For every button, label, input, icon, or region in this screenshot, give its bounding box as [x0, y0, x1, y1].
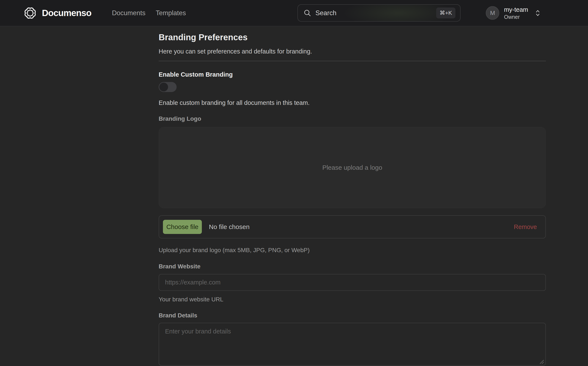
toggle-knob [159, 83, 168, 92]
brand-details-textarea[interactable] [159, 323, 546, 366]
page-subtitle: Here you can set preferences and default… [159, 47, 546, 55]
branding-logo-label: Branding Logo [159, 115, 546, 122]
account-team-name: my-team [504, 6, 528, 14]
account-menu[interactable]: M my-team Owner [486, 6, 541, 20]
page-title: Branding Preferences [159, 32, 546, 42]
avatar: M [486, 6, 499, 20]
avatar-initial: M [490, 10, 495, 16]
brand-website-input[interactable] [159, 274, 546, 291]
logo-dropzone-text: Please upload a logo [322, 164, 382, 171]
enable-custom-branding-label: Enable Custom Branding [159, 71, 546, 78]
search-icon [303, 9, 312, 17]
brand-website-label: Brand Website [159, 263, 546, 270]
resize-handle-icon[interactable] [539, 359, 544, 364]
enable-custom-branding-toggle[interactable] [159, 82, 176, 92]
brand[interactable]: Documenso [24, 7, 91, 19]
brand-details-label: Brand Details [159, 312, 546, 319]
file-chosen-status: No file chosen [209, 223, 250, 230]
account-meta: my-team Owner [504, 6, 528, 20]
top-navbar: Documenso Documents Templates ⌘+K M my-t… [0, 0, 588, 26]
primary-nav: Documents Templates [112, 9, 186, 17]
remove-logo-button[interactable]: Remove [514, 223, 537, 230]
logo-helper-text: Upload your brand logo (max 5MB, JPG, PN… [159, 247, 546, 254]
brand-name: Documenso [42, 8, 91, 18]
account-role: Owner [504, 14, 528, 20]
nav-link-documents[interactable]: Documents [112, 9, 145, 17]
search-input[interactable] [315, 9, 436, 17]
choose-file-button[interactable]: Choose file [163, 220, 202, 234]
section-divider [159, 61, 546, 61]
brand-website-helper: Your brand website URL [159, 296, 546, 303]
logo-file-input[interactable]: Choose file No file chosen Remove [159, 215, 546, 238]
enable-custom-branding-description: Enable custom branding for all documents… [159, 99, 546, 107]
branding-preferences-panel: Branding Preferences Here you can set pr… [159, 32, 546, 366]
nav-link-templates[interactable]: Templates [156, 9, 186, 17]
chevrons-up-down-icon [535, 8, 541, 18]
logo-dropzone[interactable]: Please upload a logo [159, 127, 546, 208]
documenso-logo-icon [24, 7, 36, 19]
brand-details-field [159, 323, 546, 366]
search-shortcut-badge: ⌘+K [436, 8, 456, 18]
search-bar[interactable]: ⌘+K [297, 4, 461, 22]
